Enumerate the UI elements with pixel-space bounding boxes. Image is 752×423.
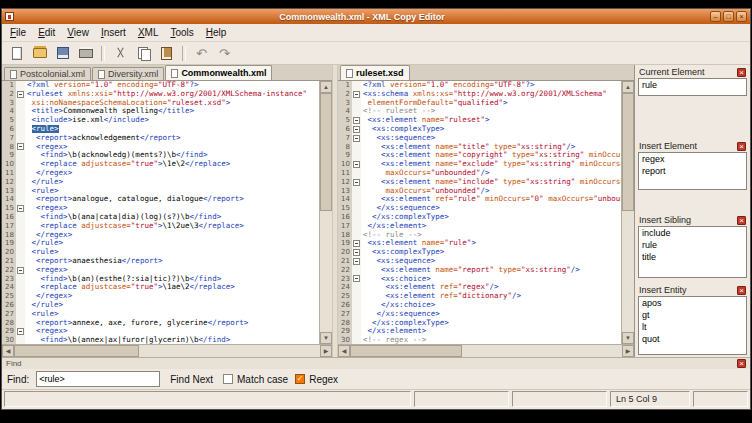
fold-margin (352, 161, 361, 168)
code-line: 22 <regex> (2, 266, 319, 275)
fold-toggle-icon[interactable] (17, 91, 24, 98)
list-item-lt[interactable]: lt (639, 321, 746, 333)
code-line: 3 xsi:noNamespaceSchemaLocation="ruleset… (2, 99, 319, 108)
fold-toggle-icon[interactable] (17, 143, 24, 150)
panel-close-icon[interactable]: × (737, 216, 746, 225)
paste-button[interactable] (156, 44, 177, 63)
fold-toggle-icon[interactable] (353, 258, 360, 265)
list-item-title[interactable]: title (639, 251, 746, 263)
fold-toggle-icon[interactable] (353, 91, 360, 98)
list-item-report[interactable]: report (639, 165, 746, 177)
undo-button[interactable] (191, 44, 212, 63)
left-vertical-scrollbar[interactable]: ▲ ▼ (319, 81, 332, 344)
scroll-right-icon[interactable]: ▶ (622, 345, 634, 357)
menu-xml[interactable]: XML (132, 26, 165, 39)
list-item-gt[interactable]: gt (639, 309, 746, 321)
code-text: </xs:complexType> (361, 319, 621, 328)
right-vertical-scrollbar[interactable]: ▲ ▼ (621, 81, 634, 344)
find-close-icon[interactable]: × (737, 359, 746, 368)
panel-close-icon[interactable]: × (737, 142, 746, 151)
code-line: 4<!-- ruleset --> (338, 107, 621, 116)
copy-button[interactable] (133, 44, 154, 63)
code-line: 13 <rule> (2, 187, 319, 196)
scroll-up-icon[interactable]: ▲ (320, 81, 332, 93)
fold-toggle-icon[interactable] (17, 328, 24, 335)
menu-insert[interactable]: Insert (95, 26, 132, 39)
tab-diversity-xml[interactable]: Diversity.xml (92, 67, 164, 80)
scroll-up-icon[interactable]: ▲ (622, 81, 634, 93)
code-text: <xs:schema xmlns:xs="http://www.w3.org/2… (361, 90, 621, 99)
tab-postcolonial-xml[interactable]: Postcolonial.xml (4, 67, 91, 80)
code-line: 24 <xs:element ref="regex"/> (338, 283, 621, 292)
new-button[interactable] (6, 44, 27, 63)
code-line: 21 <xs:sequence> (338, 257, 621, 266)
left-code[interactable]: 1<?xml version="1.0" encoding="UTF-8"?>2… (2, 81, 319, 344)
fold-toggle-icon[interactable] (353, 249, 360, 256)
tab-label: Diversity.xml (108, 69, 158, 79)
scroll-thumb[interactable] (622, 93, 634, 211)
code-line: 17 </xs:element> (338, 222, 621, 231)
sidebar: Current Element×ruleInsert Element×regex… (634, 65, 750, 357)
minimize-icon[interactable] (710, 11, 721, 22)
menu-edit[interactable]: Edit (32, 26, 61, 39)
code-text: <report>acknowledgement</report> (25, 134, 319, 143)
fold-toggle-icon[interactable] (353, 240, 360, 247)
fold-toggle-icon[interactable] (353, 117, 360, 124)
scroll-thumb[interactable] (320, 93, 332, 211)
list-item-regex[interactable]: regex (639, 153, 746, 165)
line-number: 16 (338, 213, 352, 222)
panel-close-icon[interactable]: × (737, 286, 746, 295)
scroll-down-icon[interactable]: ▼ (622, 332, 634, 344)
tab-commonwealth-xml[interactable]: Commonwealth.xml (165, 65, 272, 80)
print-button[interactable] (75, 44, 96, 63)
menu-tools[interactable]: Tools (164, 26, 199, 39)
list-item-include[interactable]: include (639, 227, 746, 239)
code-line: 30 <find>\b(annex|ax|furor|glycerin)\b</… (2, 336, 319, 344)
match-case-checkbox[interactable] (223, 374, 233, 384)
scroll-track[interactable] (462, 345, 622, 357)
current-element-input[interactable]: rule (638, 78, 747, 96)
fold-margin (16, 91, 25, 98)
fold-toggle-icon[interactable] (353, 126, 360, 133)
save-button[interactable] (52, 44, 73, 63)
fold-toggle-icon[interactable] (353, 135, 360, 142)
redo-button[interactable] (214, 44, 235, 63)
menu-help[interactable]: Help (200, 26, 233, 39)
fold-toggle-icon[interactable] (17, 267, 24, 274)
scroll-track[interactable] (320, 211, 332, 332)
scroll-thumb[interactable] (350, 345, 462, 357)
left-horizontal-scrollbar[interactable]: ◀ ▶ (2, 344, 332, 357)
fold-toggle-icon[interactable] (17, 205, 24, 212)
list-item-quot[interactable]: quot (639, 333, 746, 345)
list-item-rule[interactable]: rule (639, 239, 746, 251)
find-next-button[interactable]: Find Next (167, 374, 216, 385)
right-code[interactable]: 1<?xml version="1.0" encoding="UTF-8"?>2… (338, 81, 621, 344)
menu-file[interactable]: File (4, 26, 32, 39)
fold-toggle-icon[interactable] (353, 275, 360, 282)
line-number: 27 (2, 310, 16, 319)
tab-ruleset-xsd[interactable]: ruleset.xsd (340, 65, 410, 80)
fold-toggle-icon[interactable] (353, 161, 360, 168)
open-button[interactable] (29, 44, 50, 63)
fold-toggle-icon[interactable] (353, 179, 360, 186)
right-horizontal-scrollbar[interactable]: ◀ ▶ (338, 344, 634, 357)
scroll-left-icon[interactable]: ◀ (338, 345, 350, 357)
find-input[interactable] (36, 371, 160, 387)
menu-view[interactable]: View (61, 26, 95, 39)
regex-checkbox[interactable] (295, 374, 305, 384)
scroll-down-icon[interactable]: ▼ (320, 332, 332, 344)
scroll-right-icon[interactable]: ▶ (320, 345, 332, 357)
scroll-track[interactable] (622, 211, 634, 332)
cut-button[interactable] (110, 44, 131, 63)
panel-close-icon[interactable]: × (737, 68, 746, 77)
scroll-left-icon[interactable]: ◀ (2, 345, 14, 357)
scroll-track[interactable] (139, 345, 320, 357)
code-line: 23 <find>\b(an)(esthe(?:sia|tic)?)\b</fi… (2, 275, 319, 284)
maximize-icon[interactable] (723, 11, 734, 22)
close-icon[interactable] (736, 11, 747, 22)
list-item-apos[interactable]: apos (639, 297, 746, 309)
title-bar[interactable]: Commonwealth.xml - XML Copy Editor (2, 9, 750, 24)
code-line: 17 <replace adjustcase="true">\1\2ue\3</… (2, 222, 319, 231)
line-number: 12 (2, 178, 16, 187)
scroll-thumb[interactable] (14, 345, 139, 357)
